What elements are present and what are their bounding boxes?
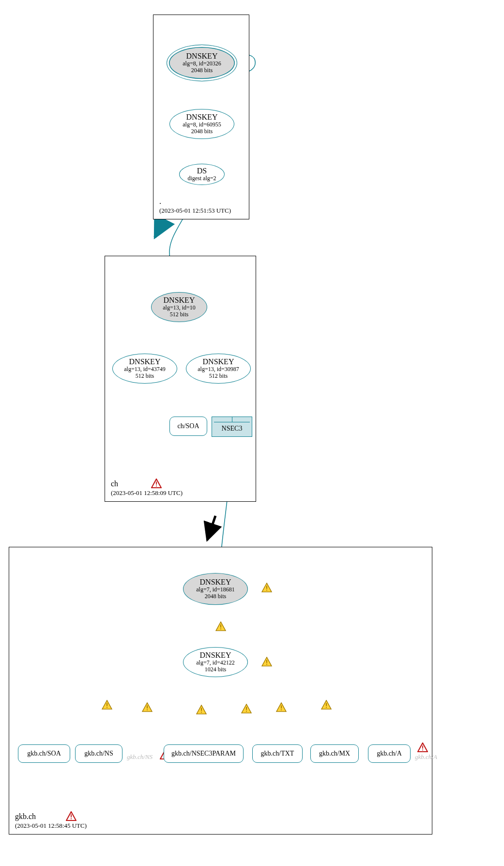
node-title: DNSKEY	[200, 578, 231, 587]
svg-rect-21	[246, 711, 247, 712]
node-sub2: 2048 bits	[191, 67, 213, 74]
node-sub1: alg=13, id=30987	[198, 366, 239, 373]
svg-rect-15	[107, 707, 107, 708]
node-sub1: alg=13, id=43749	[124, 366, 166, 373]
node-sub1: alg=8, id=60955	[183, 122, 221, 128]
svg-rect-19	[201, 712, 202, 713]
ghost-gkb-ns: gkb.ch/NS	[127, 753, 153, 761]
node-label: gkb.ch/SOA	[27, 750, 61, 757]
node-title: DNSKEY	[129, 357, 161, 366]
svg-rect-18	[201, 708, 202, 711]
node-ch-dnskey-43749: DNSKEY alg=13, id=43749 512 bits	[112, 354, 177, 384]
svg-rect-9	[266, 590, 267, 591]
warning-icon	[241, 704, 252, 713]
warning-icon	[276, 702, 287, 712]
svg-rect-0	[156, 481, 157, 484]
node-gkb-dnskey-42122: DNSKEY alg=7, id=42122 1024 bits	[183, 647, 248, 677]
node-sub1: alg=7, id=42122	[196, 660, 235, 666]
warning-icon	[142, 702, 153, 712]
node-gkb-dnskey-18681: DNSKEY alg=7, id=18681 2048 bits	[183, 573, 248, 605]
svg-rect-20	[246, 707, 247, 710]
node-gkb-ns: gkb.ch/NS	[75, 744, 122, 763]
node-label: gkb.ch/MX	[319, 750, 350, 757]
node-ch-dnskey-30987: DNSKEY alg=13, id=30987 512 bits	[186, 354, 251, 384]
node-title: DNSKEY	[200, 651, 231, 660]
svg-rect-23	[281, 710, 282, 711]
svg-rect-3	[71, 819, 72, 820]
zone-root-name: .	[159, 196, 231, 207]
node-title: DS	[197, 167, 207, 175]
node-sub2: 512 bits	[170, 311, 188, 318]
node-title: DNSKEY	[164, 296, 195, 305]
node-label: gkb.ch/NSEC3PARAM	[171, 750, 236, 757]
error-icon	[66, 811, 76, 821]
warning-icon	[321, 700, 332, 710]
node-ch-soa: ch/SOA	[169, 417, 207, 436]
node-sub2: 512 bits	[209, 373, 228, 380]
node-label: NSEC3	[214, 422, 250, 434]
node-label: gkb.ch/NS	[84, 750, 113, 757]
node-title: DNSKEY	[186, 52, 218, 61]
node-label: ch/SOA	[177, 422, 199, 430]
node-gkb-a: gkb.ch/A	[368, 744, 411, 763]
node-gkb-txt: gkb.ch/TXT	[252, 744, 303, 763]
svg-rect-25	[326, 707, 327, 708]
node-sub1: alg=8, id=20326	[183, 61, 221, 67]
svg-rect-22	[281, 705, 282, 708]
svg-rect-17	[147, 710, 148, 711]
svg-rect-6	[422, 745, 423, 748]
dnssec-diagram: . (2023-05-01 12:51:53 UTC) DNSKEY alg=8…	[0, 0, 504, 866]
node-root-dnskey-20326: DNSKEY alg=8, id=20326 2048 bits	[167, 45, 237, 81]
node-sub2: 512 bits	[136, 373, 154, 380]
svg-rect-10	[220, 624, 221, 627]
warning-icon	[261, 583, 272, 592]
node-label: gkb.ch/A	[377, 750, 402, 757]
node-root-dnskey-60955: DNSKEY alg=8, id=60955 2048 bits	[169, 109, 234, 139]
warning-icon	[196, 705, 207, 714]
node-label: gkb.ch/TXT	[261, 750, 294, 757]
warning-icon	[261, 657, 272, 666]
zone-ch-label: ch (2023-05-01 12:58:09 UTC)	[111, 479, 183, 497]
svg-rect-12	[266, 660, 267, 663]
svg-rect-2	[71, 814, 72, 817]
node-ch-dnskey-10: DNSKEY alg=13, id=10 512 bits	[151, 292, 207, 322]
node-title: DNSKEY	[186, 113, 218, 122]
svg-rect-13	[266, 664, 267, 665]
node-sub2: 2048 bits	[191, 128, 213, 135]
node-sub2: 1024 bits	[205, 666, 226, 673]
node-gkb-mx: gkb.ch/MX	[310, 744, 359, 763]
node-gkb-nsec3param: gkb.ch/NSEC3PARAM	[164, 744, 244, 763]
node-sub1: alg=7, id=18681	[196, 587, 235, 593]
svg-rect-14	[107, 703, 107, 706]
node-root-ds: DS digest alg=2	[179, 164, 225, 185]
zone-root-label: . (2023-05-01 12:51:53 UTC)	[159, 196, 231, 215]
error-icon	[417, 742, 428, 752]
zone-gkb-timestamp: (2023-05-01 12:58:45 UTC)	[15, 821, 87, 830]
svg-rect-7	[422, 750, 423, 751]
node-sub1: alg=13, id=10	[163, 305, 196, 311]
svg-rect-24	[326, 703, 327, 706]
error-icon	[151, 479, 162, 488]
zone-ch-name: ch	[111, 479, 183, 489]
warning-icon	[102, 700, 112, 710]
node-title: DNSKEY	[203, 357, 234, 366]
node-sub1: digest alg=2	[187, 175, 216, 182]
svg-rect-8	[266, 586, 267, 588]
svg-rect-1	[156, 486, 157, 487]
node-ch-nsec3: NSEC3	[212, 417, 252, 437]
svg-rect-16	[147, 705, 148, 708]
node-gkb-soa: gkb.ch/SOA	[18, 744, 70, 763]
ghost-gkb-a: gkb.ch/A	[415, 753, 437, 761]
node-sub2: 2048 bits	[205, 593, 226, 600]
zone-root-timestamp: (2023-05-01 12:51:53 UTC)	[159, 206, 231, 215]
zone-ch-timestamp: (2023-05-01 12:58:09 UTC)	[111, 489, 183, 497]
svg-rect-11	[220, 629, 221, 630]
warning-icon	[215, 621, 226, 631]
